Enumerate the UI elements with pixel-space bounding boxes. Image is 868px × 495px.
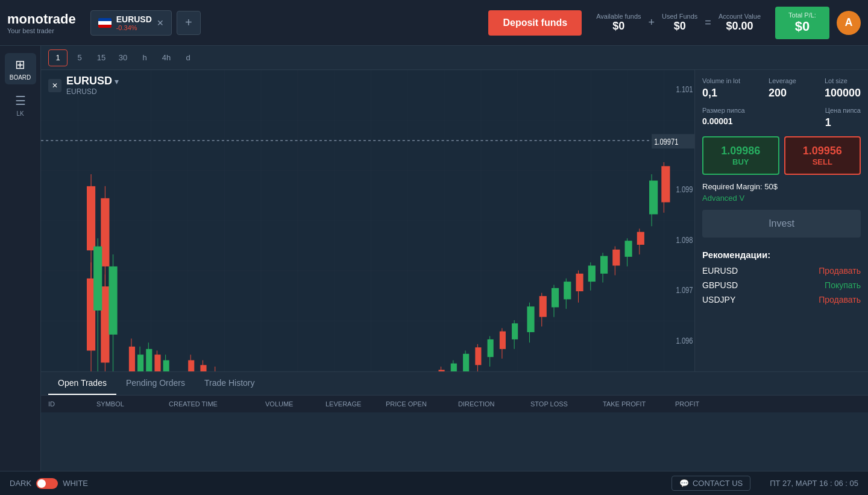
leverage-label: Leverage [769, 77, 796, 84]
contact-us-button[interactable]: 💬 CONTACT US [671, 476, 750, 491]
tab-open-trades[interactable]: Open Trades [48, 372, 116, 395]
board-icon: ⊞ [15, 57, 25, 72]
buy-button[interactable]: 1.09986 BUY [702, 136, 779, 175]
svg-rect-112 [649, 181, 658, 215]
recommendations: Рекомендации: EURUSD Продавать GBPUSD По… [702, 250, 861, 309]
message-icon: 💬 [679, 479, 689, 488]
symbol-flag-icon [98, 18, 112, 28]
available-funds-value: $0 [596, 20, 641, 33]
svg-text:1.09971: 1.09971 [654, 136, 678, 147]
col-id: ID [48, 400, 96, 408]
deposit-button[interactable]: Deposit funds [488, 10, 582, 36]
tab-pending-orders[interactable]: Pending Orders [116, 372, 195, 395]
col-leverage: LEVERAGE [326, 400, 386, 408]
lot-size-field: Lot size 100000 [825, 77, 861, 99]
rec-action-1: Покупать [825, 280, 861, 290]
tf-btn-4h[interactable]: 4h [157, 49, 176, 66]
chart-header: ✕ EURUSD ▾ EURUSD [48, 75, 119, 96]
logo-tagline: Your best trader [7, 27, 76, 34]
bottom-area: Open Trades Pending Orders Trade History… [41, 371, 868, 471]
header: monotrade Your best trader EURUSD -0.34%… [0, 0, 868, 46]
svg-rect-100 [576, 274, 583, 291]
leverage-value: 200 [769, 87, 796, 99]
svg-rect-108 [625, 241, 632, 257]
svg-rect-16 [101, 198, 109, 266]
toggle-track[interactable] [36, 478, 58, 489]
equals-separator: = [705, 16, 711, 29]
tf-btn-5[interactable]: 5 [70, 49, 89, 66]
svg-rect-106 [612, 250, 620, 266]
svg-rect-14 [87, 186, 95, 250]
svg-rect-22 [93, 247, 102, 311]
svg-rect-98 [564, 282, 571, 299]
rec-row-0: EURUSD Продавать [702, 266, 861, 276]
svg-rect-88 [500, 332, 506, 349]
theme-toggle[interactable]: DARK WHITE [10, 478, 88, 489]
col-take-profit: TAKE PROFIT [603, 400, 675, 408]
tf-btn-h[interactable]: h [135, 49, 154, 66]
used-funds: Used Funds $0 [662, 13, 697, 33]
tf-btn-d[interactable]: d [178, 49, 198, 66]
svg-rect-114 [661, 166, 670, 203]
used-funds-label: Used Funds [662, 13, 697, 20]
sidebar-item-board[interactable]: ⊞ BOARD [5, 53, 36, 84]
svg-text:1.097: 1.097 [676, 285, 693, 295]
rec-row-2: USDJPY Продавать [702, 295, 861, 304]
invest-button[interactable]: Invest [702, 210, 861, 238]
sidebar: ⊞ BOARD ☰ LK [0, 46, 41, 471]
table-header: ID SYMBOL CREATED TIME VOLUME LEVERAGE P… [41, 396, 868, 412]
leverage-field: Leverage 200 [769, 77, 796, 99]
pip-price-field: Цена пипса 1 [825, 107, 861, 129]
tab-trade-history[interactable]: Trade History [195, 372, 265, 395]
tf-btn-1[interactable]: 1 [48, 49, 68, 66]
symbol-close-button[interactable]: ✕ [157, 18, 164, 28]
volume-label: Volume in lot [702, 77, 740, 84]
buy-price: 1.09986 [711, 145, 771, 157]
account-value-label: Account Value [719, 13, 761, 20]
pip-price-label: Цена пипса [825, 107, 861, 114]
sidebar-item-lk[interactable]: ☰ LK [5, 89, 36, 121]
pip-size-value: 0.00001 [702, 116, 745, 126]
col-direction: DIRECTION [458, 400, 530, 408]
datetime: ПТ 27, МАРТ 16 : 06 : 05 [770, 479, 858, 488]
col-volume: VOLUME [265, 400, 326, 408]
chart-dropdown-arrow[interactable]: ▾ [115, 77, 119, 86]
advanced-link[interactable]: Advanced V [702, 194, 861, 203]
symbol-tab[interactable]: EURUSD -0.34% ✕ [90, 10, 172, 36]
sell-price: 1.09956 [793, 145, 853, 157]
available-funds: Available funds $0 [596, 13, 641, 33]
add-icon: + [185, 16, 192, 30]
lk-icon: ☰ [15, 93, 26, 108]
available-funds-label: Available funds [596, 13, 641, 20]
total-pl: Total P/L: $0 [775, 7, 829, 39]
col-profit: PROFIT [675, 400, 735, 408]
tabs-bar: Open Trades Pending Orders Trade History [41, 372, 868, 396]
required-margin: Required Margin: 50$ [702, 182, 861, 191]
svg-text:1.096: 1.096 [676, 335, 693, 345]
chart-symbol-sub: EURUSD [66, 87, 119, 96]
toggle-thumb [37, 479, 46, 488]
rec-row-1: GBPUSD Покупать [702, 280, 861, 290]
chart-symbol-name: EURUSD [66, 75, 112, 87]
used-funds-value: $0 [662, 20, 697, 33]
account-value-value: $0.00 [719, 20, 761, 33]
lot-size-value: 100000 [825, 87, 861, 99]
svg-rect-24 [108, 266, 117, 335]
col-price-open: PRICE OPEN [386, 400, 458, 408]
sidebar-lk-label: LK [16, 110, 24, 117]
svg-rect-90 [512, 323, 518, 339]
pip-size-label: Размер пипса [702, 107, 745, 114]
symbol-change: -0.34% [116, 24, 152, 31]
chart-close-button[interactable]: ✕ [48, 79, 61, 92]
logo-text: monotrade [7, 11, 76, 27]
logo-area: monotrade Your best trader [7, 11, 76, 34]
avatar-button[interactable]: A [837, 11, 861, 35]
sell-button[interactable]: 1.09956 SELL [784, 136, 861, 175]
svg-rect-84 [475, 347, 481, 365]
rec-title: Рекомендации: [702, 250, 861, 260]
add-tab-button[interactable]: + [177, 11, 201, 35]
tf-btn-15[interactable]: 15 [92, 49, 111, 66]
tf-btn-30[interactable]: 30 [113, 49, 133, 66]
panel-top-row: Volume in lot 0,1 Leverage 200 Lot size … [702, 77, 861, 99]
lot-size-label: Lot size [825, 77, 861, 84]
